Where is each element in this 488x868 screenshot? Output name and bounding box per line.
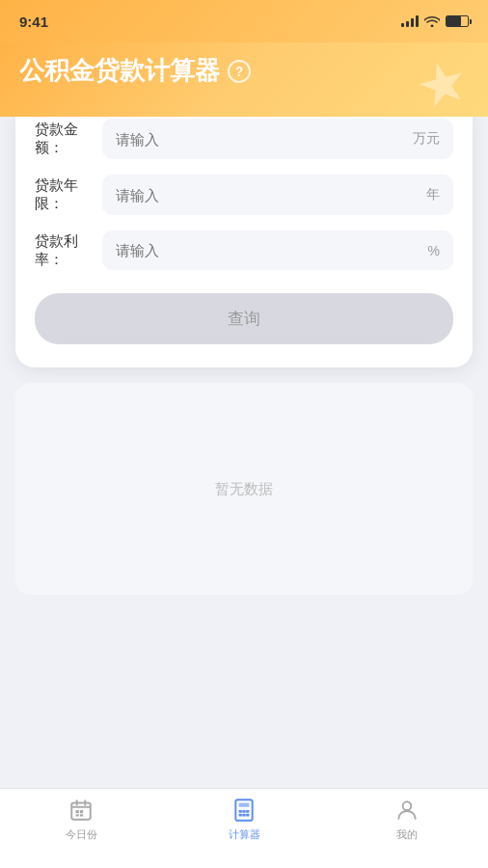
loan-amount-row: 贷款金额： 万元 [35, 119, 453, 159]
loan-rate-row: 贷款利率： % [35, 231, 453, 270]
loan-years-row: 贷款年限： 年 [35, 175, 453, 215]
svg-rect-9 [239, 802, 250, 806]
svg-rect-6 [76, 814, 79, 816]
wifi-icon [424, 15, 440, 27]
loan-years-label: 贷款年限： [35, 176, 102, 213]
tab-profile-label: 我的 [396, 827, 418, 842]
loan-rate-input[interactable] [116, 242, 420, 258]
header-title-text: 公积金贷款计算器 [19, 54, 220, 88]
loan-years-input-wrapper[interactable]: 年 [102, 175, 453, 215]
status-icons [401, 15, 469, 27]
no-data-text: 暂无数据 [215, 480, 273, 499]
loan-years-input[interactable] [116, 187, 419, 203]
svg-rect-7 [80, 814, 83, 816]
svg-rect-10 [239, 810, 242, 813]
tab-calculator[interactable]: 计算器 [163, 797, 326, 842]
status-bar: 9:41 [0, 0, 488, 42]
loan-amount-input-wrapper[interactable]: 万元 [102, 119, 453, 159]
svg-rect-13 [239, 814, 242, 817]
svg-rect-12 [246, 810, 249, 813]
tab-calculator-label: 计算器 [229, 827, 260, 842]
loan-amount-label: 贷款金额： [35, 121, 102, 157]
battery-icon [446, 15, 469, 27]
svg-rect-15 [246, 814, 249, 817]
header: 公积金贷款计算器 ? ★ [0, 42, 488, 117]
loan-rate-input-wrapper[interactable]: % [102, 231, 453, 270]
calculator-icon [230, 797, 258, 824]
help-icon[interactable]: ? [228, 60, 251, 83]
svg-point-16 [402, 801, 411, 810]
loan-rate-label: 贷款利率： [35, 232, 102, 269]
main-card: 贷款金额： 万元 贷款年限： 年 贷款利率： % 查询 [15, 99, 473, 367]
loan-rate-unit: % [428, 243, 440, 258]
loan-amount-input[interactable] [116, 131, 405, 148]
svg-rect-5 [80, 810, 83, 813]
tab-profile[interactable]: 我的 [325, 797, 488, 842]
calendar-icon [68, 797, 95, 824]
tab-today-label: 今日份 [66, 827, 97, 842]
loan-years-unit: 年 [426, 186, 440, 203]
svg-rect-14 [242, 814, 245, 817]
status-time: 9:41 [19, 14, 48, 30]
loan-amount-unit: 万元 [413, 130, 440, 148]
signal-icon [401, 15, 419, 27]
tab-today[interactable]: 今日份 [0, 797, 163, 842]
result-area: 暂无数据 [15, 383, 473, 595]
header-title: 公积金贷款计算器 ? [19, 54, 469, 88]
user-icon [393, 797, 420, 824]
query-button[interactable]: 查询 [35, 293, 453, 344]
tab-bar: 今日份 计算器 我的 [0, 788, 488, 868]
svg-rect-4 [76, 810, 79, 813]
svg-rect-11 [242, 810, 245, 813]
